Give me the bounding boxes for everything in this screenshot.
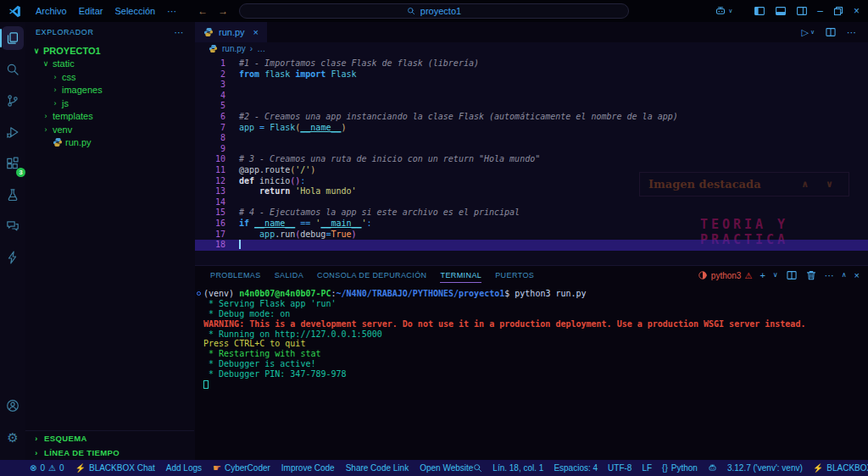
line-number: 3 <box>195 80 225 91</box>
terminal-output[interactable]: (venv) n4n0b07@n4n0b07-PC:~/N4N0/TRABAJO… <box>195 285 868 390</box>
code-line-11[interactable]: 11@app.route('/') <box>195 165 868 176</box>
menu-seleccion[interactable]: Selección <box>108 4 161 19</box>
breadcrumb-file[interactable]: run.py <box>222 44 246 53</box>
activity-blackbox[interactable] <box>2 246 24 269</box>
activity-settings[interactable]: ⚙ <box>2 425 24 449</box>
close-panel-icon[interactable]: × <box>854 271 860 280</box>
code-line-10[interactable]: 10# 3 - Creamos una ruta de inicio con u… <box>195 154 868 165</box>
activity-run-and-debug[interactable] <box>2 120 24 144</box>
tree-item-run-py[interactable]: run.py <box>25 136 194 150</box>
code-line-17[interactable]: 17 app.run(debug=True) <box>195 230 868 241</box>
restore-icon[interactable] <box>832 5 844 17</box>
menu-archivo[interactable]: Archivo <box>30 4 73 19</box>
new-terminal-icon[interactable]: + <box>760 271 765 280</box>
code-line-14[interactable]: 14 <box>195 197 868 208</box>
code-line-8[interactable]: 8 <box>195 133 868 144</box>
back-arrow-icon[interactable]: ← <box>198 5 208 17</box>
run-button[interactable]: ▷∨ <box>801 27 815 38</box>
accounts-icon <box>6 399 19 412</box>
split-terminal-icon[interactable] <box>786 269 798 281</box>
tree-item-static[interactable]: ∨static <box>25 58 194 71</box>
status-language-mode[interactable]: {}Python <box>662 463 698 473</box>
status-improve-code[interactable]: Improve Code <box>281 463 335 473</box>
status-indentation-label: Espacios: 4 <box>554 463 598 473</box>
panel-tab-terminal[interactable]: TERMINAL <box>433 266 488 285</box>
more-icon[interactable]: ⋯ <box>847 28 856 37</box>
sidebar-more-actions[interactable]: ⋯ <box>174 27 184 38</box>
activity-search[interactable] <box>2 58 24 81</box>
tree-item-css[interactable]: ›css <box>25 70 194 84</box>
code-line-1[interactable]: 1#1 - Importamos clase Flask de flask (l… <box>195 58 868 69</box>
tree-item-imagenes[interactable]: ›imagenes <box>25 84 194 97</box>
tree-item-js[interactable]: ›js <box>25 97 194 110</box>
layout-sidebar-toggle-icon[interactable] <box>754 5 765 17</box>
layout-panel-toggle-icon[interactable] <box>775 5 787 17</box>
code-line-15[interactable]: 15# 4 - Ejecutamos la app si este archiv… <box>195 208 868 219</box>
code-line-4[interactable]: 4 <box>195 91 868 102</box>
code-line-9[interactable]: 9 <box>195 144 868 155</box>
status-python-interpreter[interactable]: 3.12.7 ('venv': venv) <box>727 463 803 473</box>
section-esquema[interactable]: ›ESQUEMA <box>25 431 194 446</box>
activity-explorer[interactable] <box>2 26 24 50</box>
status-copilot-status[interactable] <box>708 463 717 473</box>
status-blackboxai-chat[interactable]: ⚡BLACKBOXAI: Open Chat <box>813 463 868 473</box>
panel-tab-puertos[interactable]: PUERTOS <box>488 266 541 285</box>
split-editor-icon[interactable] <box>825 26 837 38</box>
panel-tab-problemas[interactable]: PROBLEMAS <box>203 266 268 285</box>
code-line-7[interactable]: 7app = Flask(__name__) <box>195 123 868 134</box>
code-editor[interactable]: Imagen destacada ∧ ∨ TEORIA Y PRACTICA 1… <box>195 55 868 265</box>
activity-extensions[interactable]: 3 <box>2 152 24 175</box>
activity-source-control[interactable] <box>2 89 24 113</box>
code-line-13[interactable]: 13 return 'Hola mundo' <box>195 186 868 197</box>
code-line-6[interactable]: 6#2 - Creamos una app instanciando la cl… <box>195 112 868 123</box>
layout-sidebar-right-toggle-icon[interactable] <box>796 5 808 17</box>
status-problems[interactable]: ⊗0⚠0 <box>30 463 64 473</box>
status-add-logs-label: Add Logs <box>166 463 202 473</box>
code-line-18[interactable]: 18 <box>195 240 868 251</box>
status-eol[interactable]: LF <box>642 463 652 473</box>
status-indentation[interactable]: Espacios: 4 <box>554 463 598 473</box>
code-line-12[interactable]: 12def inicio(): <box>195 176 868 187</box>
run-and-debug-icon <box>6 125 19 139</box>
activity-testing[interactable] <box>2 183 24 207</box>
activity-chat[interactable] <box>2 214 24 238</box>
status-cursor-position[interactable]: Lín. 18, col. 1 <box>492 463 543 473</box>
more-icon[interactable]: ⋯ <box>825 271 834 280</box>
close-icon[interactable]: × <box>854 6 860 16</box>
settings-icon: ⚙ <box>7 431 18 444</box>
menu-[interactable]: ⋯ <box>161 4 182 19</box>
activity-accounts[interactable] <box>2 394 24 418</box>
tab-close-icon[interactable]: × <box>253 27 259 37</box>
menu-editar[interactable]: Editar <box>73 4 109 19</box>
status-open-website[interactable]: Open Website <box>420 463 473 473</box>
code-line-3[interactable]: 3 <box>195 80 868 91</box>
tree-item-templates[interactable]: ›templates <box>25 110 194 124</box>
tree-item-venv[interactable]: ›venv <box>25 123 194 136</box>
workbench: 3⚙ EXPLORADOR ⋯ ∨PROYECTO1∨static›css›im… <box>0 22 868 460</box>
forward-arrow-icon[interactable]: → <box>218 5 228 17</box>
terminal-dropdown-icon[interactable]: ∨ <box>773 272 778 279</box>
status-cybercoder[interactable]: ☛CyberCoder <box>213 463 270 473</box>
code-line-16[interactable]: 16if __name__ == '__main__': <box>195 219 868 230</box>
kill-terminal-icon[interactable] <box>805 269 817 281</box>
status-share-code-link[interactable]: Share Code Link <box>346 463 409 473</box>
maximize-panel-icon[interactable]: ∧ <box>842 272 847 279</box>
tree-item-proyecto1[interactable]: ∨PROYECTO1 <box>25 44 194 58</box>
code-line-5[interactable]: 5 <box>195 101 868 112</box>
code-line-2[interactable]: 2from flask import Flask <box>195 69 868 80</box>
python-icon <box>53 137 63 147</box>
status-add-logs[interactable]: Add Logs <box>166 463 202 473</box>
status-blackbox-chat[interactable]: ⚡BLACKBOX Chat <box>75 463 154 473</box>
panel-tab-salida[interactable]: SALIDA <box>268 266 310 285</box>
command-center-search[interactable]: proyecto1 <box>239 3 629 19</box>
status-encoding[interactable]: UTF-8 <box>608 463 632 473</box>
status-search-tool[interactable] <box>473 463 482 473</box>
minimize-icon[interactable]: – <box>817 6 823 16</box>
tab-run-py[interactable]: run.py × <box>195 22 267 42</box>
breadcrumb-more[interactable]: … <box>257 44 265 53</box>
panel-tab-consola-de-depuracion[interactable]: CONSOLA DE DEPURACIÓN <box>310 266 433 285</box>
section-linea-de-tiempo[interactable]: ›LÍNEA DE TIEMPO <box>25 446 194 460</box>
copilot-menu[interactable]: ∨ <box>715 5 732 17</box>
breadcrumb[interactable]: run.py › … <box>195 42 868 55</box>
terminal-profile[interactable]: python3⚠ <box>698 270 753 280</box>
